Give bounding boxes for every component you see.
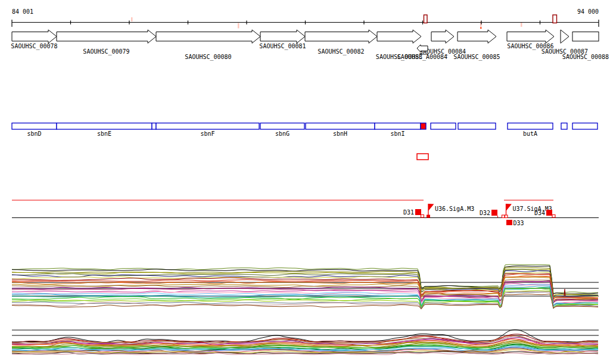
browser-canvas: 84 001 94 000 SAOUHSC_00088SAOUHSC_00087… [0,0,610,364]
operon-label: sbnE [97,130,111,137]
operon-box[interactable] [508,123,553,130]
marker-square[interactable] [415,209,421,215]
marker-label: D33 [513,220,524,226]
ruler-pink-tick [238,23,239,29]
gene-arrow[interactable] [260,30,305,43]
operon-label: sbnH [333,130,347,137]
gene-arrow-head[interactable] [561,30,569,43]
marker-label: D31 [403,209,414,216]
operon-box[interactable] [152,123,156,130]
gene-arrow[interactable] [12,30,57,43]
operon-box[interactable] [306,123,375,130]
expression-profile-panel-bottom [12,330,599,355]
marker-open-square[interactable] [505,215,508,218]
gene-arrow[interactable] [507,30,554,43]
ruler-red-marker-box[interactable] [424,15,428,23]
marker-square[interactable] [491,210,497,216]
gene-label: SAOUHSC_00082 [318,48,364,55]
operon-box[interactable] [458,123,496,130]
gene-arrow[interactable] [458,30,496,43]
ruler-end-coordinate: 94 000 [577,8,599,15]
gene-label: SAOUHSC_00081 [259,43,306,50]
operon-label: sbnG [275,130,290,137]
genome-browser-window: 84 001 94 000 SAOUHSC_00088SAOUHSC_00087… [0,0,610,364]
operon-box[interactable] [572,123,597,130]
ruler-pink-tick-red-tip [480,27,482,29]
ruler-pink-tick [131,17,133,21]
operon-box[interactable] [260,123,304,130]
coordinate-ruler [12,15,599,29]
operon-box-track: sbnDsbnEsbnFsbnGsbnHsbnIbutA [12,123,597,138]
marker-square[interactable] [506,220,512,225]
expression-trace [12,288,598,308]
gene-label: SAOUHSC_00083 [376,54,422,61]
flag-icon[interactable] [506,204,512,211]
flag-label: U37.SigA.M3 [513,206,552,212]
ruler-start-coordinate: 84 001 [12,8,33,15]
gene-label: SAOUHSC_00088 [562,54,609,61]
operon-label: sbnF [200,130,214,137]
operon-box[interactable] [12,123,57,130]
flag-label: U36.SigA.M3 [435,206,474,212]
trace-spike [564,289,565,296]
flag-base-square [427,215,430,218]
marker-open-square[interactable] [421,215,424,218]
gene-label: SAOUHSC_00085 [453,54,500,61]
gene-arrow[interactable] [377,30,421,43]
operon-box[interactable] [421,123,426,130]
gene-label: SAOUHSC_00080 [185,54,231,61]
operon-box[interactable] [57,123,152,130]
gene-box[interactable] [572,32,599,42]
gene-arrow[interactable] [156,30,260,43]
operon-box[interactable] [375,123,421,130]
operon-label: sbnI [390,130,404,137]
standalone-feature-box [417,154,428,160]
marker-square[interactable] [546,210,552,216]
marker-label: D34 [534,210,545,216]
operon-box[interactable] [156,123,259,130]
gene-label: SAOUHSC_00078 [11,43,57,50]
operon-label: butA [523,130,537,137]
gene-arrow-reverse[interactable] [417,45,428,52]
red-outline-box[interactable] [417,154,428,160]
marker-open-square[interactable] [502,215,505,218]
gene-label: SAOUHSC_00079 [83,48,129,55]
ruler-red-marker-box[interactable] [553,15,557,23]
gene-feature-track: SAOUHSC_00088SAOUHSC_00087SAOUHSC_00086S… [11,30,609,61]
operon-box[interactable] [561,123,567,130]
ruler-pink-tick [521,22,522,27]
marker-label: D32 [480,210,490,216]
gene-arrow[interactable] [305,30,377,43]
flag-icon[interactable] [428,204,434,211]
gene-arrow[interactable] [57,30,156,43]
tss-marker-track: D31U36.SigA.M3D32U37.SigA.M3D33D34 [12,200,599,226]
marker-open-square[interactable] [552,215,555,218]
operon-box[interactable] [431,123,456,130]
operon-label: sbnD [27,130,41,137]
gene-label: SAOUHSC_00086 [507,43,553,50]
gene-arrow[interactable] [431,30,454,43]
expression-profile-panel-top [12,265,599,309]
